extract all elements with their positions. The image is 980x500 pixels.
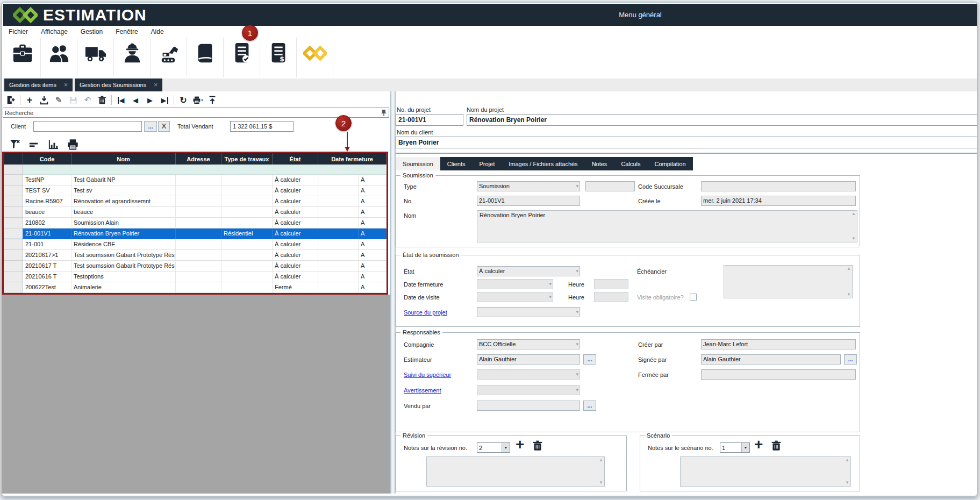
estimateur-browse-button[interactable]: ... [583,354,596,365]
signee-par-browse-button[interactable]: ... [844,354,857,365]
table-row[interactable]: TestNPTest Gabarit NPÀ calculerA [4,175,387,185]
toolbar-button-clients[interactable] [41,38,77,77]
undo-button[interactable]: ↶ [82,95,93,105]
suivi-superieur-link[interactable]: Suivi du supérieur [404,372,451,378]
chart-icon[interactable] [47,138,60,151]
edit-button[interactable]: ✎ [53,95,64,105]
table-filter-row[interactable] [4,165,387,175]
table-row[interactable]: Racine.R5907Rénovation et agrandissemntÀ… [4,196,387,207]
project-no-value[interactable]: 21-001V1 [396,114,463,126]
estimateur-field[interactable]: Alain Gauthier [477,354,580,365]
toolbar-button-brand-logo-gold[interactable] [297,38,333,77]
scenario-notes-memo[interactable]: ▲▼ [680,456,851,487]
row-handle[interactable] [4,272,23,282]
row-handle[interactable] [4,250,23,261]
vendu-par-field[interactable] [477,401,580,411]
toolbar-button-excavator[interactable] [151,38,187,77]
document-tab-1[interactable]: Gestion des items× [4,78,73,91]
add-button[interactable]: + [24,95,35,105]
row-handle[interactable] [4,175,23,185]
add-scenario-icon[interactable]: + [754,437,763,452]
no-field[interactable]: 21-001V1 [477,196,580,206]
type-extra-field[interactable] [585,181,635,191]
column-header-type-de-travaux[interactable]: Type de travaux [221,153,273,165]
table-row[interactable]: beaucebeauceÀ calculerA [4,207,387,218]
etat-dropdown[interactable]: À calculer▾ [477,266,580,276]
scroll-down-icon[interactable]: ▼ [599,481,603,485]
delete-scenario-icon[interactable] [770,440,782,453]
search-input[interactable] [5,110,381,116]
filter-row-cells[interactable] [23,165,387,175]
delete-button[interactable] [97,95,108,105]
scroll-up-icon[interactable]: ▲ [599,458,603,462]
created-field[interactable]: mer. 2 juin 2021 17:34 [701,196,856,206]
delete-revision-icon[interactable] [532,440,543,453]
column-header-code[interactable]: Code [23,153,71,165]
toolbar-button-worker[interactable] [114,38,151,77]
tab-close-icon[interactable]: × [64,81,68,89]
source-du-projet-link[interactable]: Source du projet [404,309,447,316]
compagnie-dropdown[interactable]: BCC Officielle▾ [477,339,580,349]
row-handle[interactable] [4,261,23,272]
revision-notes-memo[interactable]: ▲▼ [426,456,605,487]
column-header-nom[interactable]: Nom [71,153,176,165]
echeancier-memo[interactable]: ▲▼ [724,265,853,298]
detail-tab-images-fichiers-attach-s[interactable]: Images / Fichiers attachés [502,157,584,170]
table-row[interactable]: 20210617 TTest soumssion Gabarit Prototy… [4,261,387,272]
menu-affichage[interactable]: Affichage [41,28,68,35]
name-memo[interactable]: Rénovation Bryen Poirier▲▼ [477,210,857,242]
refresh-button[interactable]: ↻ [178,95,189,105]
visite-obligatoire-checkbox[interactable] [690,294,697,301]
client-name-value[interactable]: Bryen Poirier [396,137,977,148]
client-browse-button[interactable]: ... [144,121,157,132]
table-row[interactable]: 21-001Résidence CBEÀ calculerA [4,239,387,250]
suivi-dropdown[interactable]: ▾ [477,369,580,380]
toolbar-button-truck[interactable] [77,38,114,77]
add-revision-icon[interactable]: + [516,437,524,452]
avertissement-dropdown[interactable]: ▾ [477,385,580,395]
first-button[interactable]: ◀ [116,95,126,105]
column-header-état[interactable]: État [273,153,318,165]
heure2-field[interactable] [594,292,628,302]
column-header-date-fermeture[interactable]: Date fermeture [318,153,387,165]
menu-aide[interactable]: Aide [151,28,164,35]
column-header-adresse[interactable]: Adresse [176,153,221,165]
row-handle[interactable] [4,282,23,293]
avertissement-link[interactable]: Avertissement [404,387,441,394]
detail-tab-compilation[interactable]: Compilation [647,157,692,170]
signee-par-field[interactable]: Alain Gauthier [701,354,841,365]
heure-field[interactable] [594,279,628,289]
revision-no-select[interactable]: 2▼ [477,442,510,453]
print-button[interactable]: ▾ [192,95,203,105]
row-handle[interactable] [4,228,23,239]
fermee-par-field[interactable] [701,369,856,380]
import-button[interactable] [39,95,49,105]
exit-button[interactable] [5,95,16,105]
filter-icon[interactable] [9,138,21,151]
table-row[interactable]: 200622TestAnimalerieFerméA [4,282,387,293]
type-dropdown[interactable]: Soumission▾ [477,181,580,191]
row-handle[interactable] [4,239,23,250]
detail-tab-soumission[interactable]: Soumission [396,157,440,170]
next-button[interactable]: ▶ [145,95,155,105]
last-button[interactable]: ▶ [159,95,170,105]
pin-icon[interactable] [381,109,387,117]
scroll-down-icon[interactable]: ▼ [847,292,851,297]
rows-icon[interactable] [28,138,40,151]
date-fermeture-dropdown[interactable]: ▾ [477,279,553,289]
detail-tab-clients[interactable]: Clients [440,157,473,170]
previous-button[interactable]: ◀ [130,95,141,105]
vendu-par-browse-button[interactable]: ... [583,401,596,411]
scroll-up-icon[interactable]: ▲ [845,458,849,462]
panel-splitter[interactable] [390,91,396,494]
row-handle[interactable] [4,196,23,207]
tab-close-icon[interactable]: × [154,81,158,89]
document-tab-2[interactable]: Gestion des Soumissions× [75,78,162,91]
detail-tab-calculs[interactable]: Calculs [614,157,647,170]
table-row[interactable]: 210802Soumission AlainÀ calculerA [4,218,387,228]
source-dropdown[interactable]: ▾ [477,307,580,317]
upload-button[interactable] [207,95,218,105]
toolbar-button-invoice-document-dollar[interactable]: $ [260,38,297,77]
table-row[interactable]: 20210617>1Test soumssion Gabarit Prototy… [4,250,387,261]
table-row[interactable]: TEST SVTest svÀ calculerA [4,185,387,196]
